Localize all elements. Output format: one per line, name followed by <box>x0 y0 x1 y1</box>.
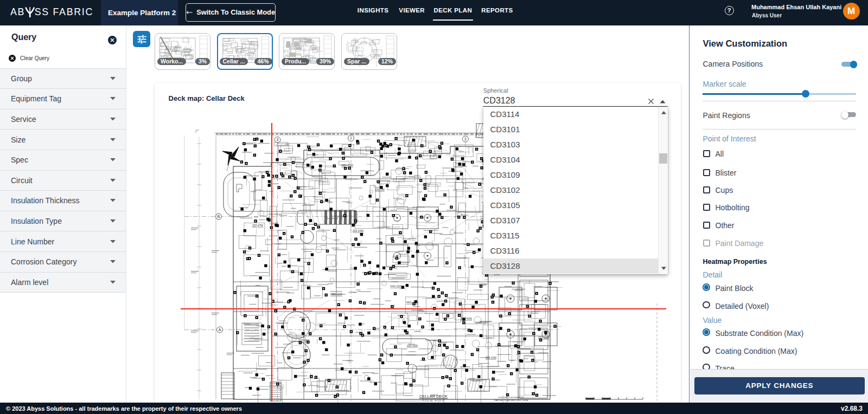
svg-text:CELLAR DECK: CELLAR DECK <box>419 394 448 399</box>
svg-text:AB: AB <box>10 6 25 18</box>
svg-text:PARTIAL PLAN SEE DWG. 502A: PARTIAL PLAN SEE DWG. 502A <box>494 399 528 402</box>
svg-text:MBF-4300: MBF-4300 <box>341 164 353 167</box>
svg-text:3: 3 <box>277 138 279 141</box>
svg-text:ZZZ-2090: ZZZ-2090 <box>353 230 364 232</box>
svg-text:A: A <box>219 328 221 332</box>
svg-text:MBD-1130: MBD-1130 <box>330 293 342 296</box>
svg-text:ZZZ-180: ZZZ-180 <box>375 189 385 191</box>
svg-text:1: 1 <box>350 136 352 140</box>
svg-text:T.O.S. EL. (+) 21′-0″: T.O.S. EL. (+) 21′-0″ <box>423 399 444 402</box>
svg-text:ZZZ-3160: ZZZ-3160 <box>486 357 497 359</box>
svg-text:ZZZ-4200: ZZZ-4200 <box>407 345 418 347</box>
svg-text:2: 2 <box>464 137 467 141</box>
svg-text:ZZZ-4750: ZZZ-4750 <box>252 224 264 227</box>
svg-text:SS FABRIC: SS FABRIC <box>35 6 93 18</box>
svg-text:B: B <box>218 215 220 218</box>
svg-text:KAG-2110: KAG-2110 <box>390 285 402 288</box>
